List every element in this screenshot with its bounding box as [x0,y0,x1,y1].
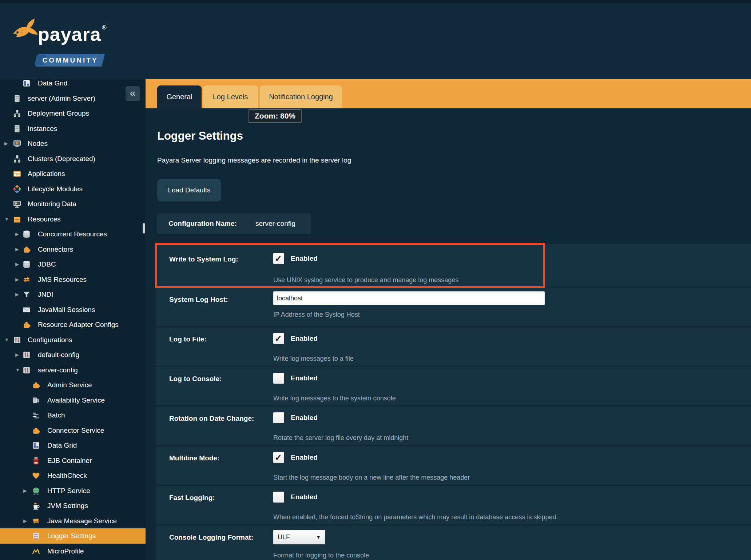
tab-notification-logging[interactable]: Notification Logging [260,85,342,108]
funnel-icon [23,291,31,299]
sidebar-item-server-admin-server[interactable]: server (Admin Server) [0,91,146,106]
field-label: Log to Console: [169,375,222,383]
sidebar-item-connectors[interactable]: ▶Connectors [0,242,146,257]
field-help-text: Use UNIX syslog service to produce and m… [273,276,458,284]
sidebar-item-label: MicroProfile [47,544,84,559]
sidebar-item-label: server (Admin Server) [28,91,95,106]
sidebar-item-default-config[interactable]: ▶default-config [0,347,146,363]
expand-node-icon[interactable]: ▶ [15,232,19,237]
expand-node-icon[interactable]: ▶ [23,519,27,524]
page-description: Payara Server logging messages are recor… [157,156,351,164]
sliders-icon [23,351,31,359]
collapse-node-icon[interactable]: ▼ [15,368,20,373]
payara-fish-icon [10,13,39,48]
sidebar-item-label: Deployment Groups [28,106,89,121]
sidebar-item-logger-settings[interactable]: Logger Settings [0,528,146,544]
sidebar-item-applications[interactable]: Applications [0,166,146,181]
checkmark-icon: ✓ [275,452,282,463]
expand-node-icon[interactable]: ▶ [15,247,19,252]
sidebar-item-healthcheck[interactable]: HealthCheck [0,468,146,483]
db-icon [23,230,31,238]
sidebar-item-data-grid[interactable]: Data Grid [0,438,146,453]
sidebar-item-configurations[interactable]: ▼Configurations [0,332,146,348]
registered-mark: ® [102,24,107,31]
expand-node-icon[interactable]: ▶ [15,292,19,297]
multiline-mode-checkbox[interactable]: ✓ [273,452,284,463]
db-icon [23,260,31,268]
expand-node-icon[interactable]: ▶ [15,352,19,357]
expand-node-icon[interactable]: ▶ [23,488,27,493]
sidebar-item-java-message-service[interactable]: ▶Java Message Service [0,513,146,529]
rotation-on-date-change-checkbox[interactable]: ✓ [273,412,284,423]
sidebar-item-clusters-deprecated[interactable]: Clusters (Deprecated) [0,151,146,167]
log-to-file-checkbox[interactable]: ✓ [273,333,284,344]
apps-icon [13,170,21,178]
sidebar-item-label: Clusters (Deprecated) [28,151,95,167]
sidebar-item-nodes[interactable]: ▶Nodes [0,136,146,151]
write-to-system-log-checkbox[interactable]: ✓ [273,253,284,264]
brand-name: payara [38,23,101,45]
sidebar-item-http-service[interactable]: ▶HTTP Service [0,483,146,499]
system-log-host-input[interactable] [273,291,545,305]
sidebar-item-jvm-settings[interactable]: JVM Settings [0,498,146,513]
arrows-icon [23,276,31,284]
sidebar-item-connector-service[interactable]: Connector Service [0,423,146,438]
sidebar-scrollbar-thumb[interactable] [143,223,145,233]
header-bar: payara ® COMMUNITY [0,3,751,79]
sliders-icon [23,366,31,374]
sidebar-item-server-config[interactable]: ▼server-config [0,363,146,378]
sidebar-item-resources[interactable]: ▼Resources [0,212,146,227]
sidebar-item-data-grid[interactable]: Data Grid [0,79,146,91]
sidebar-item-admin-service[interactable]: Admin Service [0,377,146,393]
payara-admin-console: payara ® COMMUNITY Data Gridserver (Admi… [0,0,751,560]
globe-icon [32,487,40,495]
zoom-tooltip: Zoom: 80% [249,109,302,123]
tab-general[interactable]: General [157,85,202,110]
sidebar-item-jdbc[interactable]: ▶JDBC [0,257,146,272]
fast-logging-checkbox[interactable]: ✓ [273,492,284,503]
sidebar-item-concurrent-resources[interactable]: ▶Concurrent Resources [0,227,146,242]
sidebar-item-resource-adapter-configs[interactable]: Resource Adapter Configs [0,317,146,332]
sidebar-item-jndi[interactable]: ▶JNDI [0,287,146,302]
expand-node-icon[interactable]: ▶ [4,141,8,146]
enabled-label: Enabled [291,374,318,382]
coffee-icon [32,502,40,510]
navigation-tree: Data Gridserver (Admin Server)Deployment… [0,79,146,560]
sidebar-item-batch[interactable]: Batch [0,408,146,423]
collapse-node-icon[interactable]: ▼ [4,337,9,343]
field-help-text: IP Address of the Syslog Host [273,311,360,319]
sidebar-item-label: Instances [28,121,57,136]
enabled-label: Enabled [291,453,318,461]
expand-node-icon[interactable]: ▶ [15,277,19,282]
sidebar-item-ejb-container[interactable]: EJB Container [0,453,146,468]
sidebar-item-deployment-groups[interactable]: Deployment Groups [0,106,146,121]
sidebar-item-jms-resources[interactable]: ▶JMS Resources [0,272,146,287]
console-logging-format-select[interactable]: ULF▼ [273,530,325,544]
enabled-label: Enabled [291,414,318,422]
sidebar-item-monitoring-data[interactable]: Monitoring Data [0,196,146,212]
load-defaults-button[interactable]: Load Defaults [157,179,221,201]
field-label: System Log Host: [169,296,228,304]
select-value: ULF [278,530,290,544]
sidebar-item-label: Java Message Service [47,513,117,529]
tab-log-levels[interactable]: Log Levels [203,85,258,108]
arrows-icon [32,517,40,525]
tab-bar: GeneralLog LevelsNotification Logging [146,79,751,109]
sidebar-item-availability-service[interactable]: Availability Service [0,393,146,408]
sidebar-item-lifecycle-modules[interactable]: Lifecycle Modules [0,181,146,197]
log-to-console-checkbox[interactable]: ✓ [273,373,284,384]
checkmark-icon: ✓ [275,253,282,264]
expand-node-icon[interactable]: ▶ [15,262,19,267]
sidebar-item-microprofile[interactable]: MicroProfile [0,544,146,559]
enabled-label: Enabled [291,493,318,501]
collapse-node-icon[interactable]: ▼ [4,217,9,222]
sidebar-item-label: EJB Container [47,453,92,468]
monitoring-icon [13,200,21,208]
field-help-text: Format for logging to the console [273,552,369,559]
batch-icon [32,411,40,419]
sidebar-item-instances[interactable]: Instances [0,121,146,136]
sidebar-item-label: default-config [38,347,79,363]
sidebar-item-javamail-sessions[interactable]: JavaMail Sessions [0,302,146,317]
sidebar-collapse-button[interactable]: « [126,86,140,101]
server-icon [13,125,21,133]
